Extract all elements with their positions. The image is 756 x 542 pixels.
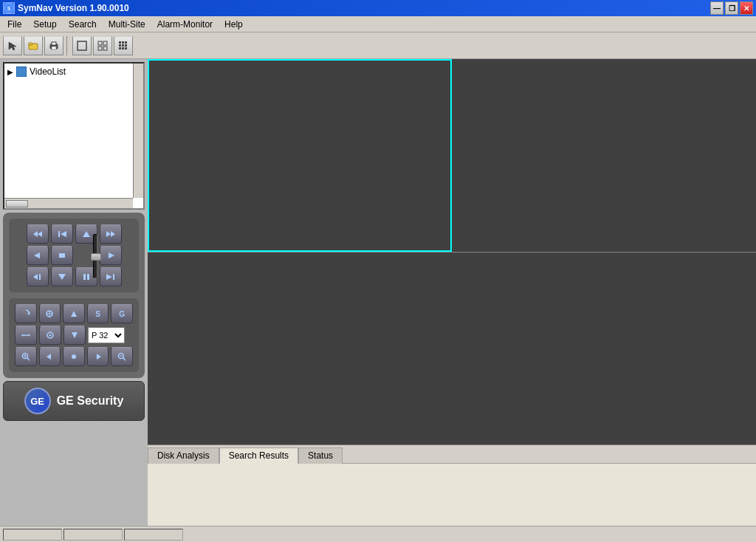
title-bar: S SymNav Version 1.90.0010 — ❐ ✕	[0, 0, 756, 16]
open-button[interactable]	[24, 36, 43, 55]
svg-rect-21	[125, 47, 127, 49]
video-list-box: ▶ VideoList	[3, 62, 145, 210]
grid1-button[interactable]	[72, 36, 92, 55]
menu-search[interactable]: Search	[63, 18, 103, 31]
svg-marker-37	[106, 274, 112, 280]
svg-rect-35	[83, 274, 86, 280]
cam-btn-g[interactable]: G	[111, 304, 133, 323]
camera-panel: S G P 32	[9, 298, 139, 372]
svg-rect-36	[87, 274, 89, 280]
cam-btn-right2[interactable]	[87, 347, 109, 366]
menu-help[interactable]: Help	[219, 18, 249, 31]
prev-button[interactable]	[27, 267, 49, 287]
print-button[interactable]	[44, 36, 63, 55]
cam-btn-4[interactable]	[39, 326, 61, 345]
cam-zoom-in[interactable]	[15, 347, 37, 366]
video-grid	[148, 59, 756, 445]
cam-btn-s[interactable]: S	[87, 304, 109, 323]
ge-logo: GE	[24, 388, 51, 414]
svg-line-51	[27, 358, 30, 361]
cam-zoom-out[interactable]	[111, 347, 133, 366]
svg-rect-13	[119, 41, 121, 44]
title-bar-left: S SymNav Version 1.90.0010	[3, 2, 129, 14]
speed-thumb[interactable]	[91, 253, 101, 261]
svg-rect-20	[122, 47, 124, 49]
pointer-button[interactable]	[3, 36, 22, 55]
grid2-button[interactable]	[93, 36, 112, 55]
video-area: Disk Analysis Search Results Status	[148, 59, 756, 526]
cam-grid: S G P 32	[15, 304, 133, 366]
horizontal-scrollbar[interactable]	[4, 198, 133, 208]
cam-row-1: S G	[15, 304, 133, 323]
close-button[interactable]: ✕	[740, 1, 753, 15]
status-section-1	[3, 529, 62, 541]
tab-search-results[interactable]: Search Results	[219, 447, 298, 464]
video-cell-1[interactable]	[148, 59, 452, 252]
svg-marker-29	[34, 253, 40, 258]
svg-marker-28	[111, 231, 115, 237]
svg-rect-8	[78, 41, 86, 50]
toolbar	[0, 32, 756, 59]
cam-btn-down[interactable]	[63, 326, 86, 345]
menu-bar: File Setup Search Multi-Site Alarm-Monit…	[0, 16, 756, 32]
menu-setup[interactable]: Setup	[27, 18, 62, 31]
tree-expand-icon[interactable]: ▶	[7, 68, 13, 76]
cam-btn-1[interactable]	[15, 304, 37, 323]
svg-text:S: S	[7, 6, 11, 11]
svg-rect-11	[98, 47, 102, 50]
ge-brand: GE GE Security	[3, 381, 145, 421]
svg-point-48	[49, 335, 52, 337]
step-back-button[interactable]	[51, 224, 73, 244]
transport-panel	[9, 219, 139, 292]
svg-rect-4	[29, 43, 32, 45]
next-button[interactable]	[100, 267, 122, 287]
svg-marker-2	[9, 42, 16, 50]
scrollbar-thumb[interactable]	[6, 200, 28, 207]
vertical-scrollbar[interactable]	[133, 64, 143, 198]
svg-rect-12	[103, 47, 107, 50]
svg-marker-49	[72, 332, 78, 338]
svg-rect-17	[122, 44, 124, 47]
menu-alarm-monitor[interactable]: Alarm-Monitor	[151, 18, 219, 31]
cam-btn-2[interactable]	[39, 304, 61, 323]
video-cell-2[interactable]	[452, 59, 756, 252]
tab-status[interactable]: Status	[298, 447, 343, 464]
grid3-button[interactable]	[114, 36, 133, 55]
stop-button[interactable]	[51, 246, 73, 265]
svg-marker-54	[47, 354, 51, 360]
svg-rect-18	[125, 44, 127, 47]
svg-marker-34	[58, 274, 66, 280]
main-layout: ▶ VideoList	[0, 59, 756, 526]
cam-btn-center[interactable]	[63, 347, 85, 366]
video-list-tree-item[interactable]: ▶ VideoList	[7, 66, 140, 77]
video-cell-4[interactable]	[452, 252, 756, 445]
cam-btn-3[interactable]	[15, 326, 37, 345]
status-section-3	[124, 529, 183, 541]
preset-select[interactable]: P 32 P 1 P 2	[88, 327, 125, 343]
fast-forward-button[interactable]	[100, 224, 122, 244]
svg-marker-46	[29, 334, 30, 337]
svg-marker-24	[61, 231, 66, 237]
tab-disk-analysis[interactable]: Disk Analysis	[148, 447, 219, 464]
down-arrow-button[interactable]	[51, 267, 73, 287]
right-arrow-button[interactable]	[100, 246, 122, 265]
svg-marker-56	[97, 354, 101, 360]
svg-marker-23	[38, 231, 42, 237]
toolbar-separator-1	[66, 36, 69, 55]
tabs-header: Disk Analysis Search Results Status	[148, 445, 756, 464]
speed-slider-area[interactable]	[75, 246, 97, 265]
menu-file[interactable]: File	[1, 18, 27, 31]
restore-button[interactable]: ❐	[725, 1, 738, 15]
svg-marker-32	[33, 274, 38, 280]
svg-rect-19	[119, 47, 121, 49]
video-cell-3[interactable]	[148, 252, 452, 445]
svg-marker-26	[83, 231, 90, 237]
minimize-button[interactable]: —	[710, 1, 724, 15]
cam-btn-up[interactable]	[63, 304, 85, 323]
svg-marker-22	[33, 231, 38, 237]
left-arrow-button[interactable]	[27, 246, 49, 265]
menu-multisite[interactable]: Multi-Site	[103, 18, 151, 31]
cam-btn-left2[interactable]	[39, 347, 61, 366]
ge-brand-text: GE Security	[57, 394, 124, 408]
rewind-fast-button[interactable]	[27, 224, 49, 244]
